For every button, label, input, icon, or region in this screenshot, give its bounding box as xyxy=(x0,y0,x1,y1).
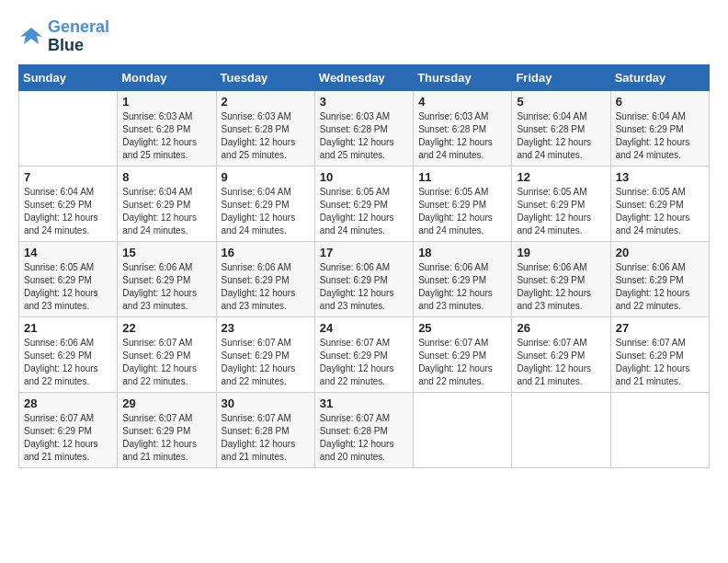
calendar-cell: 8Sunrise: 6:04 AM Sunset: 6:29 PM Daylig… xyxy=(118,166,216,241)
day-info: Sunrise: 6:07 AM Sunset: 6:29 PM Dayligh… xyxy=(418,337,506,388)
day-number: 7 xyxy=(24,170,112,184)
logo: General Blue xyxy=(18,18,109,55)
day-number: 12 xyxy=(517,170,605,184)
day-info: Sunrise: 6:06 AM Sunset: 6:29 PM Dayligh… xyxy=(418,261,506,313)
calendar-cell: 13Sunrise: 6:05 AM Sunset: 6:29 PM Dayli… xyxy=(610,166,709,241)
day-info: Sunrise: 6:07 AM Sunset: 6:29 PM Dayligh… xyxy=(24,412,112,464)
day-info: Sunrise: 6:05 AM Sunset: 6:29 PM Dayligh… xyxy=(517,186,605,237)
calendar-cell: 14Sunrise: 6:05 AM Sunset: 6:29 PM Dayli… xyxy=(19,241,118,316)
day-info: Sunrise: 6:04 AM Sunset: 6:28 PM Dayligh… xyxy=(517,110,605,162)
day-number: 2 xyxy=(222,95,310,109)
calendar-cell: 30Sunrise: 6:07 AM Sunset: 6:28 PM Dayli… xyxy=(216,392,314,467)
day-number: 15 xyxy=(122,246,210,259)
calendar-cell xyxy=(610,392,709,467)
calendar-cell: 1Sunrise: 6:03 AM Sunset: 6:28 PM Daylig… xyxy=(118,90,216,166)
day-number: 11 xyxy=(418,170,506,184)
calendar-cell: 12Sunrise: 6:05 AM Sunset: 6:29 PM Dayli… xyxy=(512,166,610,241)
day-header: Wednesday xyxy=(314,64,413,90)
day-header: Tuesday xyxy=(216,64,314,90)
svg-marker-0 xyxy=(20,28,42,44)
day-info: Sunrise: 6:06 AM Sunset: 6:29 PM Dayligh… xyxy=(24,337,112,388)
day-number: 21 xyxy=(24,321,112,335)
calendar-table: SundayMondayTuesdayWednesdayThursdayFrid… xyxy=(18,64,710,468)
day-number: 26 xyxy=(517,321,605,335)
day-number: 29 xyxy=(122,396,210,410)
day-number: 24 xyxy=(320,321,408,335)
calendar-cell: 6Sunrise: 6:04 AM Sunset: 6:29 PM Daylig… xyxy=(610,90,709,166)
calendar-cell: 25Sunrise: 6:07 AM Sunset: 6:29 PM Dayli… xyxy=(414,316,512,392)
calendar-week-row: 21Sunrise: 6:06 AM Sunset: 6:29 PM Dayli… xyxy=(19,316,710,392)
day-info: Sunrise: 6:06 AM Sunset: 6:29 PM Dayligh… xyxy=(616,261,704,313)
calendar-cell: 2Sunrise: 6:03 AM Sunset: 6:28 PM Daylig… xyxy=(216,90,314,166)
day-number: 19 xyxy=(517,246,605,259)
calendar-week-row: 28Sunrise: 6:07 AM Sunset: 6:29 PM Dayli… xyxy=(19,392,710,467)
day-info: Sunrise: 6:04 AM Sunset: 6:29 PM Dayligh… xyxy=(222,186,310,237)
page-header: General Blue xyxy=(18,18,710,55)
day-number: 8 xyxy=(122,170,210,184)
calendar-week-row: 14Sunrise: 6:05 AM Sunset: 6:29 PM Dayli… xyxy=(19,241,710,316)
calendar-cell: 3Sunrise: 6:03 AM Sunset: 6:28 PM Daylig… xyxy=(314,90,413,166)
calendar-cell: 20Sunrise: 6:06 AM Sunset: 6:29 PM Dayli… xyxy=(610,241,709,316)
day-info: Sunrise: 6:07 AM Sunset: 6:29 PM Dayligh… xyxy=(320,337,408,388)
day-info: Sunrise: 6:05 AM Sunset: 6:29 PM Dayligh… xyxy=(320,186,408,237)
calendar-cell: 15Sunrise: 6:06 AM Sunset: 6:29 PM Dayli… xyxy=(118,241,216,316)
calendar-cell: 7Sunrise: 6:04 AM Sunset: 6:29 PM Daylig… xyxy=(19,166,118,241)
day-info: Sunrise: 6:07 AM Sunset: 6:29 PM Dayligh… xyxy=(122,412,210,464)
day-info: Sunrise: 6:05 AM Sunset: 6:29 PM Dayligh… xyxy=(24,261,112,313)
day-info: Sunrise: 6:04 AM Sunset: 6:29 PM Dayligh… xyxy=(24,186,112,237)
day-number: 6 xyxy=(616,95,704,109)
day-header: Saturday xyxy=(610,64,709,90)
day-info: Sunrise: 6:06 AM Sunset: 6:29 PM Dayligh… xyxy=(517,261,605,313)
calendar-cell: 26Sunrise: 6:07 AM Sunset: 6:29 PM Dayli… xyxy=(512,316,610,392)
calendar-week-row: 7Sunrise: 6:04 AM Sunset: 6:29 PM Daylig… xyxy=(19,166,710,241)
calendar-cell: 17Sunrise: 6:06 AM Sunset: 6:29 PM Dayli… xyxy=(314,241,413,316)
day-number: 14 xyxy=(24,246,112,259)
day-number: 16 xyxy=(222,246,310,259)
day-number: 18 xyxy=(418,246,506,259)
calendar-cell xyxy=(414,392,512,467)
calendar-cell xyxy=(19,90,118,166)
calendar-cell: 18Sunrise: 6:06 AM Sunset: 6:29 PM Dayli… xyxy=(414,241,512,316)
day-info: Sunrise: 6:06 AM Sunset: 6:29 PM Dayligh… xyxy=(122,261,210,313)
day-info: Sunrise: 6:07 AM Sunset: 6:29 PM Dayligh… xyxy=(616,337,704,388)
day-header: Monday xyxy=(118,64,216,90)
day-header: Sunday xyxy=(19,64,118,90)
calendar-cell: 19Sunrise: 6:06 AM Sunset: 6:29 PM Dayli… xyxy=(512,241,610,316)
day-info: Sunrise: 6:07 AM Sunset: 6:28 PM Dayligh… xyxy=(320,412,408,464)
day-number: 23 xyxy=(222,321,310,335)
day-header: Friday xyxy=(512,64,610,90)
day-info: Sunrise: 6:07 AM Sunset: 6:28 PM Dayligh… xyxy=(222,412,310,464)
logo-text: General Blue xyxy=(48,18,109,55)
day-info: Sunrise: 6:05 AM Sunset: 6:29 PM Dayligh… xyxy=(616,186,704,237)
day-number: 20 xyxy=(616,246,704,259)
calendar-cell: 27Sunrise: 6:07 AM Sunset: 6:29 PM Dayli… xyxy=(610,316,709,392)
calendar-cell: 22Sunrise: 6:07 AM Sunset: 6:29 PM Dayli… xyxy=(118,316,216,392)
day-info: Sunrise: 6:07 AM Sunset: 6:29 PM Dayligh… xyxy=(222,337,310,388)
calendar-cell: 21Sunrise: 6:06 AM Sunset: 6:29 PM Dayli… xyxy=(19,316,118,392)
calendar-cell: 9Sunrise: 6:04 AM Sunset: 6:29 PM Daylig… xyxy=(216,166,314,241)
calendar-cell: 11Sunrise: 6:05 AM Sunset: 6:29 PM Dayli… xyxy=(414,166,512,241)
day-number: 10 xyxy=(320,170,408,184)
day-number: 28 xyxy=(24,396,112,410)
day-number: 4 xyxy=(418,95,506,109)
day-number: 9 xyxy=(222,170,310,184)
calendar-week-row: 1Sunrise: 6:03 AM Sunset: 6:28 PM Daylig… xyxy=(19,90,710,166)
day-info: Sunrise: 6:03 AM Sunset: 6:28 PM Dayligh… xyxy=(122,110,210,162)
logo-icon xyxy=(18,24,44,50)
day-info: Sunrise: 6:04 AM Sunset: 6:29 PM Dayligh… xyxy=(122,186,210,237)
day-number: 13 xyxy=(616,170,704,184)
calendar-cell: 4Sunrise: 6:03 AM Sunset: 6:28 PM Daylig… xyxy=(414,90,512,166)
calendar-cell: 31Sunrise: 6:07 AM Sunset: 6:28 PM Dayli… xyxy=(314,392,413,467)
day-info: Sunrise: 6:03 AM Sunset: 6:28 PM Dayligh… xyxy=(222,110,310,162)
day-number: 31 xyxy=(320,396,408,410)
calendar-cell: 16Sunrise: 6:06 AM Sunset: 6:29 PM Dayli… xyxy=(216,241,314,316)
day-number: 22 xyxy=(122,321,210,335)
day-number: 27 xyxy=(616,321,704,335)
calendar-cell: 10Sunrise: 6:05 AM Sunset: 6:29 PM Dayli… xyxy=(314,166,413,241)
calendar-cell: 29Sunrise: 6:07 AM Sunset: 6:29 PM Dayli… xyxy=(118,392,216,467)
day-number: 1 xyxy=(122,95,210,109)
day-info: Sunrise: 6:06 AM Sunset: 6:29 PM Dayligh… xyxy=(222,261,310,313)
day-number: 5 xyxy=(517,95,605,109)
day-info: Sunrise: 6:03 AM Sunset: 6:28 PM Dayligh… xyxy=(418,110,506,162)
calendar-cell: 5Sunrise: 6:04 AM Sunset: 6:28 PM Daylig… xyxy=(512,90,610,166)
